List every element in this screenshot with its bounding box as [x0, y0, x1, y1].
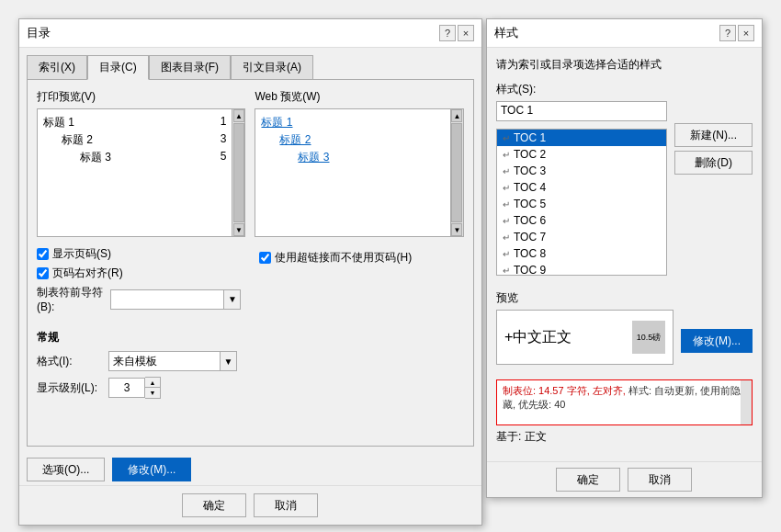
section-label: 常规 [37, 330, 464, 345]
based-on-row: 基于: 正文 [496, 429, 753, 445]
web-link-1[interactable]: 标题 1 [261, 115, 444, 130]
style-ok-button[interactable]: 确定 [556, 468, 620, 492]
align-right-checkbox[interactable] [37, 267, 49, 279]
arrow-icon: ↵ [503, 133, 510, 143]
new-style-button[interactable]: 新建(N)... [674, 123, 753, 147]
style-item-toc9[interactable]: ↵ TOC 9 [497, 262, 666, 276]
tab-citation[interactable]: 引文目录(A) [231, 55, 313, 80]
style-item-toc1[interactable]: ↵ TOC 1 [497, 130, 666, 146]
tab-figure[interactable]: 图表目录(F) [149, 55, 231, 80]
level-label: 显示级别(L): [37, 380, 101, 396]
format-dropdown-arrow[interactable]: ▼ [220, 352, 236, 370]
web-link-3[interactable]: 标题 3 [261, 150, 444, 165]
print-preview-content: 标题 1 1 标题 2 3 标题 3 5 [43, 115, 239, 231]
style-dialog: 样式 ? × 请为索引或目录项选择合适的样式 样式(S): TOC 1 ↵ TO… [486, 18, 763, 498]
style-item-toc5[interactable]: ↵ TOC 5 [497, 196, 666, 212]
format-row: 格式(I): 来自模板 ▼ [37, 351, 464, 371]
arrow-icon: ↵ [503, 150, 510, 160]
arrow-icon: ↵ [503, 216, 510, 226]
scrollbar-up-arrow[interactable]: ▲ [233, 109, 244, 122]
style-name-input[interactable]: TOC 1 [496, 101, 667, 121]
use-hyperlink-row: 使用超链接而不使用页码(H) [259, 250, 412, 266]
leader-dropdown-arrow[interactable]: ▼ [223, 290, 240, 309]
checkbox-section: 显示页码(S) 页码右对齐(R) 制表符前导符(B): ▼ [37, 246, 464, 324]
web-scrollbar-thumb[interactable] [451, 123, 462, 222]
style-item-toc6[interactable]: ↵ TOC 6 [497, 212, 666, 229]
web-scrollbar-down-arrow[interactable]: ▼ [451, 223, 462, 236]
web-preview-scrollbar[interactable]: ▲ ▼ [450, 109, 463, 236]
style-dialog-title: 样式 [494, 25, 518, 41]
general-section: 常规 格式(I): 来自模板 ▼ 显示级别(L): 3 ▲ ▼ [37, 330, 464, 399]
print-row-1: 标题 1 1 [43, 115, 226, 130]
leader-label: 制表符前导符(B): [37, 285, 103, 313]
format-select-value: 来自模板 [109, 352, 220, 370]
style-dialog-buttons: 确定 取消 [487, 461, 762, 497]
main-dialog-title: 目录 [27, 25, 51, 41]
style-list: ↵ TOC 1 ↵ TOC 2 ↵ TOC 3 ↵ TOC 4 [496, 129, 667, 276]
arrow-icon: ↵ [503, 199, 510, 209]
main-dialog-close-btn[interactable]: × [458, 25, 474, 41]
main-dialog-help-btn[interactable]: ? [439, 25, 456, 41]
left-checkboxes: 显示页码(S) 页码右对齐(R) 制表符前导符(B): ▼ [37, 246, 241, 324]
preview-label: 预览 [496, 290, 753, 306]
leader-select-wrapper: ▼ [110, 289, 241, 310]
align-right-label: 页码右对齐(R) [52, 266, 123, 281]
print-row-2: 标题 2 3 [43, 132, 226, 148]
right-checkboxes: 使用超链接而不使用页码(H) [259, 246, 463, 324]
main-dialog-titlebar: 目录 ? × [19, 19, 481, 48]
use-hyperlink-checkbox[interactable] [259, 252, 271, 264]
style-item-toc3[interactable]: ↵ TOC 3 [497, 163, 666, 179]
scrollbar-thumb[interactable] [233, 123, 244, 222]
arrow-icon: ↵ [503, 249, 510, 259]
level-spinner-arrows: ▲ ▼ [145, 377, 161, 399]
style-dialog-help-btn[interactable]: ? [719, 25, 736, 41]
style-dialog-close-btn[interactable]: × [738, 25, 754, 41]
main-dialog-controls: ? × [439, 25, 474, 41]
style-name-label: 样式(S): [496, 82, 753, 97]
web-preview-content: 标题 1 标题 2 标题 3 [261, 115, 457, 231]
web-preview-area: 标题 1 标题 2 标题 3 ▲ ▼ [255, 108, 463, 237]
style-item-toc8[interactable]: ↵ TOC 8 [497, 245, 666, 262]
style-item-toc7[interactable]: ↵ TOC 7 [497, 229, 666, 245]
style-side-buttons: 新建(N)... 删除(D) [674, 101, 753, 175]
style-description: 请为索引或目录项选择合适的样式 [496, 57, 753, 73]
show-page-numbers-label: 显示页码(S) [52, 246, 111, 262]
arrow-icon: ↵ [503, 232, 510, 243]
preview-sections: 打印预览(V) 标题 1 1 标题 2 3 [37, 89, 464, 237]
description-scrollbar[interactable] [741, 380, 752, 424]
align-right-row: 页码右对齐(R) [37, 266, 241, 281]
web-link-2[interactable]: 标题 2 [261, 132, 444, 148]
style-item-toc2[interactable]: ↵ TOC 2 [497, 146, 666, 163]
level-up-arrow[interactable]: ▲ [145, 378, 160, 388]
format-select-wrapper: 来自模板 ▼ [108, 351, 237, 371]
preview-row: +中文正文 10.5磅 修改(M)... [496, 310, 753, 372]
format-label: 格式(I): [37, 354, 101, 369]
level-spinner: 3 ▲ ▼ [108, 377, 161, 399]
print-preview-scrollbar[interactable]: ▲ ▼ [232, 109, 244, 236]
scrollbar-down-arrow[interactable]: ▼ [233, 223, 244, 236]
tab-index[interactable]: 索引(X) [27, 55, 87, 80]
show-page-numbers-checkbox[interactable] [37, 248, 49, 260]
description-red-text: 制表位: 14.57 字符, 左对齐, [503, 385, 626, 396]
style-preview-box: +中文正文 10.5磅 [496, 310, 673, 365]
modify-button[interactable]: 修改(M)... [112, 458, 191, 481]
style-modify-button[interactable]: 修改(M)... [681, 329, 753, 353]
ok-button[interactable]: 确定 [182, 493, 246, 517]
cancel-button[interactable]: 取消 [254, 493, 318, 517]
style-dialog-controls: ? × [719, 25, 754, 41]
style-cancel-button[interactable]: 取消 [628, 468, 692, 492]
delete-style-button[interactable]: 删除(D) [674, 151, 753, 175]
style-item-toc4[interactable]: ↵ TOC 4 [497, 179, 666, 196]
main-dialog-content: 索引(X) 目录(C) 图表目录(F) 引文目录(A) 打印预览(V) [19, 48, 481, 454]
options-button[interactable]: 选项(O)... [27, 458, 105, 481]
web-scrollbar-up-arrow[interactable]: ▲ [451, 109, 462, 122]
level-down-arrow[interactable]: ▼ [145, 388, 160, 398]
show-page-numbers-row: 显示页码(S) [37, 246, 241, 262]
style-dialog-content: 请为索引或目录项选择合适的样式 样式(S): TOC 1 ↵ TOC 1 ↵ T… [487, 48, 762, 461]
action-buttons-row: 选项(O)... 修改(M)... [19, 454, 481, 485]
tab-toc[interactable]: 目录(C) [87, 55, 149, 80]
print-preview-label: 打印预览(V) [37, 89, 245, 105]
leader-select-value [111, 290, 223, 309]
style-dialog-titlebar: 样式 ? × [487, 19, 762, 48]
level-value[interactable]: 3 [108, 378, 145, 398]
